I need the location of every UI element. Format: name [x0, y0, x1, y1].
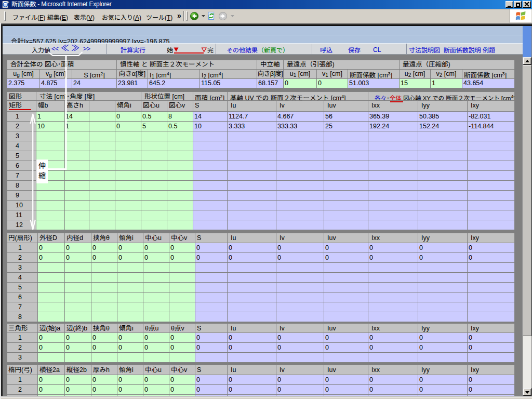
svg-text:伸: 伸 — [38, 160, 46, 170]
svg-text:縮: 縮 — [38, 170, 46, 180]
